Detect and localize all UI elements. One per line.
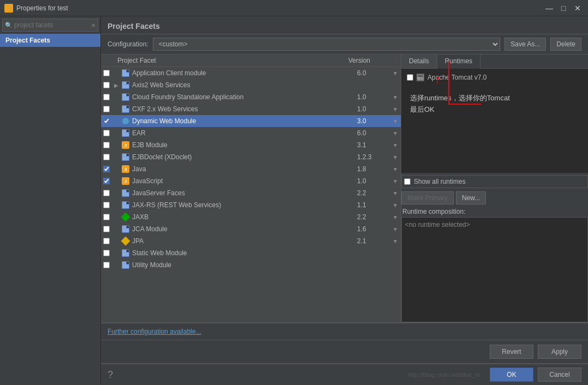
tab-details[interactable]: Details bbox=[401, 55, 437, 68]
facet-name: JavaServer Faces bbox=[132, 189, 357, 197]
tab-runtimes[interactable]: Runtimes bbox=[437, 55, 481, 69]
search-input[interactable] bbox=[14, 21, 91, 29]
make-primary-button[interactable]: Make Primary bbox=[401, 191, 454, 204]
table-row[interactable]: EAR6.0▼ bbox=[101, 127, 401, 139]
table-row[interactable]: CXF 2.x Web Services1.0▼ bbox=[101, 103, 401, 115]
table-row[interactable]: JAX-RS (REST Web Services)1.1▼ bbox=[101, 199, 401, 211]
facet-expand-icon[interactable]: ▶ bbox=[112, 82, 121, 88]
delete-button[interactable]: Delete bbox=[550, 38, 581, 51]
app-icon bbox=[4, 4, 13, 13]
facet-type-icon bbox=[121, 261, 130, 269]
apply-button[interactable]: Apply bbox=[538, 345, 581, 359]
table-row[interactable]: Application Client module6.0▼ bbox=[101, 67, 401, 79]
cancel-button[interactable]: Cancel bbox=[538, 368, 581, 382]
table-row[interactable]: Utility Module bbox=[101, 259, 401, 271]
facet-dropdown-icon[interactable]: ▼ bbox=[390, 202, 401, 208]
facet-dropdown-icon[interactable]: ▼ bbox=[390, 142, 401, 148]
table-row[interactable]: JEJB Module3.1▼ bbox=[101, 139, 401, 151]
clear-search-icon[interactable]: ✕ bbox=[91, 22, 96, 28]
save-as-button[interactable]: Save As... bbox=[504, 38, 546, 51]
table-row[interactable]: JavaServer Faces2.2▼ bbox=[101, 187, 401, 199]
sidebar-search-container[interactable]: 🔍 ✕ bbox=[2, 19, 98, 32]
facet-dropdown-icon[interactable]: ▼ bbox=[390, 154, 401, 160]
further-config-link[interactable]: Further configuration available... bbox=[108, 328, 201, 335]
table-row[interactable]: Cloud Foundry Standalone Application1.0▼ bbox=[101, 91, 401, 103]
facet-dropdown-icon[interactable]: ▼ bbox=[390, 214, 401, 220]
facet-checkbox[interactable] bbox=[101, 142, 112, 148]
help-icon[interactable]: ? bbox=[108, 369, 113, 381]
table-row[interactable]: Static Web Module bbox=[101, 247, 401, 259]
facet-dropdown-icon[interactable]: ▼ bbox=[390, 166, 401, 172]
sidebar-item-project-facets[interactable]: Project Facets bbox=[0, 34, 100, 47]
facet-checkbox[interactable] bbox=[101, 202, 112, 208]
facet-checkbox[interactable] bbox=[101, 262, 112, 268]
facet-name: JCA Module bbox=[132, 225, 357, 233]
facet-checkbox[interactable] bbox=[101, 82, 112, 88]
facet-checkbox[interactable] bbox=[101, 238, 112, 244]
runtime-composition-value: <no runtime selected> bbox=[405, 221, 470, 228]
facet-dropdown-icon[interactable]: ▼ bbox=[390, 130, 401, 136]
facet-checkbox[interactable] bbox=[101, 190, 112, 196]
facet-type-icon bbox=[121, 105, 130, 113]
facet-type-icon bbox=[121, 93, 130, 101]
facet-type-icon bbox=[121, 69, 130, 77]
facet-checkbox[interactable] bbox=[101, 250, 112, 256]
minimize-button[interactable]: — bbox=[543, 2, 555, 14]
maximize-button[interactable]: □ bbox=[557, 2, 569, 14]
runtime-buttons: Make Primary New... bbox=[401, 190, 588, 206]
facet-dropdown-icon[interactable]: ▼ bbox=[390, 70, 401, 76]
facet-dropdown-icon[interactable]: ▼ bbox=[390, 178, 401, 184]
table-row[interactable]: JCA Module1.6▼ bbox=[101, 223, 401, 235]
facet-dropdown-icon[interactable]: ▼ bbox=[390, 190, 401, 196]
facets-list[interactable]: Application Client module6.0▼▶Axis2 Web … bbox=[101, 67, 401, 322]
details-panel: Details Runtimes bbox=[401, 55, 588, 322]
facet-checkbox[interactable] bbox=[101, 154, 112, 160]
facet-checkbox[interactable] bbox=[101, 70, 112, 76]
config-label: Configuration: bbox=[108, 40, 149, 48]
table-row[interactable]: Dynamic Web Module3.0▼ bbox=[101, 115, 401, 127]
facet-name: Axis2 Web Services bbox=[132, 81, 357, 89]
table-row[interactable]: JJavaScript1.0▼ bbox=[101, 175, 401, 187]
config-select[interactable]: <custom> bbox=[153, 38, 501, 51]
facet-name: Static Web Module bbox=[132, 249, 357, 257]
search-icon: 🔍 bbox=[5, 22, 13, 29]
facet-dropdown-icon[interactable]: ▼ bbox=[390, 238, 401, 244]
table-row[interactable]: ▶Axis2 Web Services bbox=[101, 79, 401, 91]
facet-dropdown-icon[interactable]: ▼ bbox=[390, 106, 401, 112]
facet-name: Cloud Foundry Standalone Application bbox=[132, 93, 357, 101]
table-row[interactable]: JPA2.1▼ bbox=[101, 235, 401, 247]
table-row[interactable]: JAXB2.2▼ bbox=[101, 211, 401, 223]
facet-checkbox[interactable] bbox=[101, 214, 112, 220]
facet-name: Java bbox=[132, 165, 357, 173]
facet-checkbox[interactable] bbox=[101, 106, 112, 112]
facet-dropdown-icon[interactable]: ▼ bbox=[390, 226, 401, 232]
facet-checkbox[interactable] bbox=[101, 226, 112, 232]
facet-checkbox[interactable] bbox=[101, 130, 112, 136]
facet-checkbox[interactable] bbox=[101, 118, 112, 124]
facet-dropdown-icon[interactable]: ▼ bbox=[390, 118, 401, 124]
facet-checkbox[interactable] bbox=[101, 178, 112, 184]
facet-checkbox[interactable] bbox=[101, 166, 112, 172]
server-icon bbox=[417, 74, 424, 81]
col-version-header: Version bbox=[348, 57, 392, 64]
show-all-runtimes-label: Show all runtimes bbox=[414, 178, 466, 185]
svg-rect-3 bbox=[418, 77, 420, 78]
show-all-runtimes-checkbox[interactable] bbox=[404, 178, 411, 185]
facet-checkbox[interactable] bbox=[101, 94, 112, 100]
runtime-checkbox-tomcat[interactable] bbox=[407, 74, 413, 81]
close-button[interactable]: ✕ bbox=[572, 2, 584, 14]
new-runtime-button[interactable]: New... bbox=[456, 191, 486, 204]
facets-table-header: Project Facet Version bbox=[101, 55, 401, 67]
facet-dropdown-icon[interactable]: ▼ bbox=[390, 94, 401, 100]
table-row[interactable]: JJava1.8▼ bbox=[101, 163, 401, 175]
table-row[interactable]: EJBDoclet (XDoclet)1.2.3▼ bbox=[101, 151, 401, 163]
sidebar-item-label: Project Facets bbox=[5, 37, 50, 44]
ok-button[interactable]: OK bbox=[490, 368, 533, 382]
facet-name: EJBDoclet (XDoclet) bbox=[132, 153, 357, 161]
facet-name: Application Client module bbox=[132, 69, 357, 77]
svg-point-0 bbox=[6, 5, 11, 11]
watermark-text: http://blog.csdn.net/blue_in bbox=[408, 371, 480, 378]
content-area: Project Facets Configuration: <custom> S… bbox=[101, 16, 588, 385]
facet-type-icon bbox=[121, 189, 130, 197]
revert-button[interactable]: Revert bbox=[490, 345, 533, 359]
